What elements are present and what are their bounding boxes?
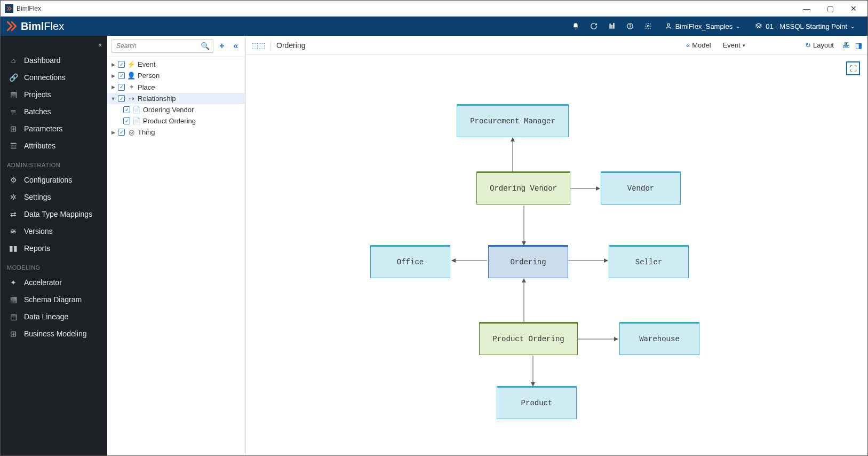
settings-gear-icon[interactable] [639,17,657,36]
nav-data-type-mappings[interactable]: ⇄Data Type Mappings [1,206,107,223]
tree-node-relationship[interactable]: ▼ ⇢ Relationship [107,93,245,104]
relationship-icon: ⇢ [127,95,136,103]
event-dropdown[interactable]: Event▾ [720,41,748,49]
node-ordering-vendor[interactable]: Ordering Vendor [476,171,570,205]
canvas-area: ⬚⬚ Ordering «Model Event▾ ↻Layout 🖶 ◨ ⛶ [246,36,867,455]
node-office[interactable]: Office [370,245,450,278]
checkbox[interactable] [118,129,125,136]
customer-label: BimlFlex_Samples [675,22,733,30]
window-title: BimlFlex [17,5,41,12]
place-icon: ⌖ [127,83,136,91]
brand-logo: BimlFlex [6,20,64,33]
batches-icon: ≣ [9,107,18,116]
nav-settings[interactable]: ✲Settings [1,188,107,206]
panel-icon[interactable]: ◨ [855,41,862,50]
canvas-toolbar: ⬚⬚ Ordering «Model Event▾ ↻Layout 🖶 ◨ [246,36,867,55]
tree-panel: 🔍 + « ▶ ⚡ Event ▶ 👤 Person ▶ ⌖ Plac [107,36,246,455]
nav-business-modeling[interactable]: ⊞Business Modeling [1,325,107,342]
nav-batches[interactable]: ≣Batches [1,103,107,120]
chevron-down-icon: ⌄ [850,23,855,29]
document-icon: 📄 [132,106,141,114]
version-label: 01 - MSSQL Starting Point [766,22,847,30]
checkbox[interactable] [123,106,130,113]
lineage-icon: ▤ [9,312,18,321]
wrench-icon: ✲ [9,193,18,201]
checkbox[interactable] [118,95,125,102]
nav-reports[interactable]: ▮▮Reports [1,240,107,257]
window-titlebar: BimlFlex — ▢ ✕ [1,1,867,17]
checkbox[interactable] [123,117,130,124]
customer-selector[interactable]: BimlFlex_Samples ⌄ [657,17,748,36]
add-button[interactable]: + [217,41,227,51]
node-seller[interactable]: Seller [609,245,689,278]
tree-node-place[interactable]: ▶ ⌖ Place [107,81,245,93]
nav-configurations[interactable]: ⚙Configurations [1,171,107,188]
event-icon: ⚡ [127,60,136,68]
svg-point-6 [667,23,670,26]
node-product-ordering[interactable]: Product Ordering [479,322,578,355]
node-product[interactable]: Product [497,386,577,419]
print-icon[interactable]: 🖶 [842,41,850,50]
parameters-icon: ⊞ [9,124,18,133]
person-icon: 👤 [127,72,136,80]
expand-icon[interactable]: ▶ [110,73,116,78]
database-icon[interactable] [603,17,621,36]
svg-point-4 [630,28,630,28]
nav-attributes[interactable]: ☰Attributes [1,137,107,154]
svg-rect-1 [611,25,612,29]
tree-node-event[interactable]: ▶ ⚡ Event [107,59,245,70]
app-logo-icon [5,4,13,13]
layout-button[interactable]: ↻Layout [802,41,837,49]
business-icon: ⊞ [9,329,18,338]
search-icon[interactable]: 🔍 [201,42,210,50]
svg-rect-2 [613,23,614,29]
mapping-icon: ⇄ [9,210,18,218]
version-selector[interactable]: 01 - MSSQL Starting Point ⌄ [747,17,862,36]
tree-node-product-ordering[interactable]: 📄 Product Ordering [107,115,245,127]
node-vendor[interactable]: Vendor [601,171,681,205]
left-navigation: « ⌂Dashboard 🔗Connections ▤Projects ≣Bat… [1,36,107,455]
tree-node-ordering-vendor[interactable]: 📄 Ordering Vendor [107,104,245,115]
checkbox[interactable] [118,61,125,68]
gear-icon: ⚙ [9,176,18,184]
refresh-icon: ↻ [805,41,811,49]
link-icon: 🔗 [9,73,18,82]
diagram-type-icon[interactable]: ⬚⬚ [251,41,265,50]
nav-data-lineage[interactable]: ▤Data Lineage [1,308,107,325]
back-to-model-button[interactable]: «Model [683,41,714,49]
help-icon[interactable] [621,17,639,36]
collapse-icon[interactable]: ▼ [110,96,116,101]
nav-versions[interactable]: ≋Versions [1,223,107,240]
diagram-canvas[interactable]: ⛶ Procurement Manager Ordering Vendo [246,55,867,455]
close-button[interactable]: ✕ [848,4,859,13]
collapse-nav-icon[interactable]: « [98,41,102,49]
expand-icon[interactable]: ▶ [110,84,116,90]
tree-node-thing[interactable]: ▶ ◎ Thing [107,127,245,138]
expand-icon[interactable]: ▶ [110,130,116,135]
nav-dashboard[interactable]: ⌂Dashboard [1,52,107,69]
search-input-wrap[interactable]: 🔍 [112,39,213,53]
section-administration: ADMINISTRATION [1,154,107,171]
projects-icon: ▤ [9,90,18,99]
minimize-button[interactable]: — [801,4,812,13]
search-input[interactable] [112,40,213,52]
attributes-icon: ☰ [9,141,18,150]
nav-schema-diagram[interactable]: ▦Schema Diagram [1,291,107,308]
notifications-icon[interactable] [567,17,585,36]
node-ordering[interactable]: Ordering [488,245,568,278]
nav-projects[interactable]: ▤Projects [1,86,107,103]
refresh-icon[interactable] [585,17,603,36]
node-procurement-manager[interactable]: Procurement Manager [457,104,569,137]
checkbox[interactable] [118,84,125,91]
node-warehouse[interactable]: Warehouse [619,322,699,355]
collapse-tree-icon[interactable]: « [230,41,241,51]
checkbox[interactable] [118,72,125,79]
schema-icon: ▦ [9,295,18,304]
tree-node-person[interactable]: ▶ 👤 Person [107,70,245,81]
maximize-button[interactable]: ▢ [825,4,835,13]
nav-parameters[interactable]: ⊞Parameters [1,120,107,137]
nav-connections[interactable]: 🔗Connections [1,69,107,86]
expand-icon[interactable]: ▶ [110,62,116,67]
accelerator-icon: ✦ [9,278,18,287]
nav-accelerator[interactable]: ✦Accelerator [1,274,107,291]
